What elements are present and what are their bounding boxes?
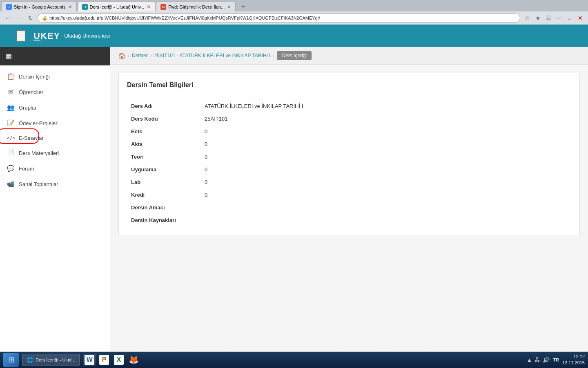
- address-bar[interactable]: 🔒 https://ukey.uludağ.edu.tr/p!WCBNUVldf…: [38, 13, 520, 22]
- info-label-3: Akts: [127, 138, 200, 150]
- breadcrumb-home-icon[interactable]: 🏠: [118, 52, 125, 59]
- breadcrumb-dersler[interactable]: Dersler: [132, 53, 148, 58]
- window-min-button[interactable]: —: [555, 13, 564, 22]
- sidebar-item-ogrenciler[interactable]: ✉ Öğrenciler: [0, 84, 110, 100]
- forward-button[interactable]: →: [15, 13, 24, 22]
- settings-button[interactable]: ☰: [544, 13, 553, 22]
- sidebar-top-toggle[interactable]: ▦: [0, 47, 110, 65]
- info-row-7: Kredi0: [127, 188, 571, 201]
- browser-toolbar: ← → ↻ 🔒 https://ukey.uludağ.edu.tr/p!WCB…: [0, 11, 588, 25]
- card-title: Dersin Temel Bilgileri: [127, 81, 571, 93]
- breadcrumb-sep-1: ›: [150, 53, 152, 58]
- firefox-icon: 🦊: [129, 355, 139, 365]
- info-label-9: Dersin Kaynakları: [127, 214, 200, 227]
- systray-network[interactable]: 🖧: [535, 357, 540, 363]
- info-row-3: Akts0: [127, 138, 571, 150]
- info-label-7: Kredi: [127, 188, 200, 201]
- sidebar-item-gruplar[interactable]: 👥 Gruplar: [0, 100, 110, 115]
- info-label-5: Uygulama: [127, 163, 200, 176]
- e-sinavlar-label: E-Sınavlar: [19, 135, 44, 141]
- info-value-5: 0: [200, 163, 571, 176]
- systray-arrow[interactable]: ▲: [526, 357, 532, 363]
- new-tab-button[interactable]: +: [238, 2, 248, 11]
- info-label-4: Teori: [127, 150, 200, 163]
- taskbar-apps: W P X 🦊: [83, 354, 140, 366]
- bookmark-list-button[interactable]: ★: [533, 13, 542, 22]
- ders-materyalleri-label: Ders Materyalleri: [19, 150, 59, 156]
- gruplar-label: Gruplar: [19, 105, 36, 111]
- tab-close-1[interactable]: ✕: [68, 4, 72, 10]
- info-row-5: Uygulama0: [127, 163, 571, 176]
- start-button[interactable]: ⊞: [3, 353, 19, 367]
- taskbar-word[interactable]: W: [83, 354, 96, 366]
- browser-tabs: G Sign in - Google Accounts ✕ U Ders İçe…: [0, 0, 588, 11]
- tab-favicon-3: M: [160, 4, 166, 10]
- tab-favicon-2: U: [82, 4, 88, 10]
- sidebar-item-forum[interactable]: 💬 Forum: [0, 161, 110, 176]
- e-sinavlar-icon: </>: [7, 135, 15, 141]
- toolbar-icons: ☆ ★ ☰ — □ ✕: [523, 13, 585, 22]
- info-value-4: 0: [200, 150, 571, 163]
- info-value-0: ATATÜRK İLKELERİ ve İNKILAP TARİHİ I: [200, 100, 571, 112]
- address-text: https://ukey.uludağ.edu.tr/p!WCBNUVldfgo…: [49, 16, 516, 20]
- sidebar-item-ders-materyalleri[interactable]: 📄 Ders Materyalleri: [0, 145, 110, 161]
- sidebar-item-ders-icerigi[interactable]: 📋 Dersin İçeriği: [0, 69, 110, 84]
- breadcrumb-current: Ders İçeriği: [277, 51, 312, 60]
- ders-icerigi-label: Dersin İçeriği: [19, 74, 50, 80]
- taskbar-right: ▲ 🖧 🔊 TR 12:12 12.11.2015: [526, 354, 585, 366]
- taskbar-firefox[interactable]: 🦊: [127, 354, 140, 366]
- info-value-6: 0: [200, 176, 571, 188]
- sidebar-item-e-sinavlar[interactable]: </> E-Sınavlar: [0, 131, 110, 145]
- header-logo-area: UKEY Uludağ Üniversitesi: [33, 31, 110, 41]
- app-wrapper: ☰ UKEY Uludağ Üniversitesi ▦ 📋 Dersin İç…: [0, 25, 588, 352]
- tab-close-2[interactable]: ✕: [147, 4, 151, 10]
- systray-volume[interactable]: 🔊: [543, 357, 550, 363]
- body-wrapper: ▦ 📋 Dersin İçeriği ✉ Öğrenciler 👥 Grupla…: [0, 47, 588, 352]
- info-value-7: 0: [200, 188, 571, 201]
- gruplar-icon: 👥: [7, 104, 15, 111]
- taskbar-clock: 12:12 12.11.2015: [562, 354, 585, 366]
- sidebar: ▦ 📋 Dersin İçeriği ✉ Öğrenciler 👥 Grupla…: [0, 47, 110, 352]
- breadcrumb-sep-2: ›: [273, 53, 274, 58]
- sidebar-toggle-button[interactable]: ☰: [16, 30, 25, 42]
- info-row-2: Ects0: [127, 125, 571, 138]
- browser-tab-3[interactable]: M Fwd: Girişimcilik Dersi İlan... ✕: [156, 2, 236, 11]
- main-content: 🏠 › Dersler › 25AIT101 - ATATÜRK İLKELER…: [110, 47, 588, 352]
- app-header: ☰ UKEY Uludağ Üniversitesi: [0, 25, 588, 47]
- breadcrumb-course[interactable]: 25AIT101 - ATATÜRK İLKELERİ ve İNKILAP T…: [154, 53, 271, 58]
- bookmark-star-button[interactable]: ☆: [523, 13, 532, 22]
- sidebar-toggle-icon: ▦: [6, 52, 12, 60]
- taskbar-excel[interactable]: X: [112, 354, 125, 366]
- info-value-3: 0: [200, 138, 571, 150]
- back-button[interactable]: ←: [3, 13, 12, 22]
- info-table: Ders AdıATATÜRK İLKELERİ ve İNKILAP TARİ…: [127, 100, 571, 227]
- info-label-2: Ects: [127, 125, 200, 138]
- content-card: Dersin Temel Bilgileri Ders AdıATATÜRK İ…: [118, 73, 580, 235]
- browser-tab-1[interactable]: G Sign in - Google Accounts ✕: [2, 2, 77, 11]
- sidebar-item-odevler[interactable]: 📝 Ödevler-Projeler: [0, 115, 110, 131]
- sidebar-item-sanal[interactable]: 📹 Sanal Toplantılar: [0, 176, 110, 192]
- sanal-label: Sanal Toplantılar: [19, 181, 58, 187]
- reload-button[interactable]: ↻: [26, 13, 35, 22]
- sidebar-nav: 📋 Dersin İçeriği ✉ Öğrenciler 👥 Gruplar …: [0, 65, 110, 195]
- taskbar-date: 12.11.2015: [562, 360, 585, 366]
- excel-icon: X: [114, 355, 124, 365]
- window-max-button[interactable]: □: [565, 13, 574, 22]
- info-row-4: Teori0: [127, 150, 571, 163]
- taskbar-ppt[interactable]: P: [98, 354, 111, 366]
- start-icon: ⊞: [8, 355, 14, 364]
- info-label-6: Lab: [127, 176, 200, 188]
- logo-text: UKEY: [33, 31, 60, 41]
- tab-label-2: Ders İçeriği - Uludağ Üniv...: [90, 4, 145, 9]
- odevler-icon: 📝: [7, 119, 15, 127]
- window-close-button[interactable]: ✕: [576, 13, 585, 22]
- browser-tab-2[interactable]: U Ders İçeriği - Uludağ Üniv... ✕: [78, 2, 156, 11]
- taskbar-time: 12:12: [562, 354, 585, 360]
- info-row-6: Lab0: [127, 176, 571, 188]
- ppt-icon: P: [99, 355, 109, 365]
- taskbar-ie-button[interactable]: 🌐 Ders İçeriği - Ulud...: [22, 354, 80, 366]
- tab-close-3[interactable]: ✕: [227, 4, 231, 10]
- ie-icon: 🌐: [27, 357, 33, 363]
- info-label-1: Ders Kodu: [127, 112, 200, 125]
- forum-icon: 💬: [7, 165, 15, 172]
